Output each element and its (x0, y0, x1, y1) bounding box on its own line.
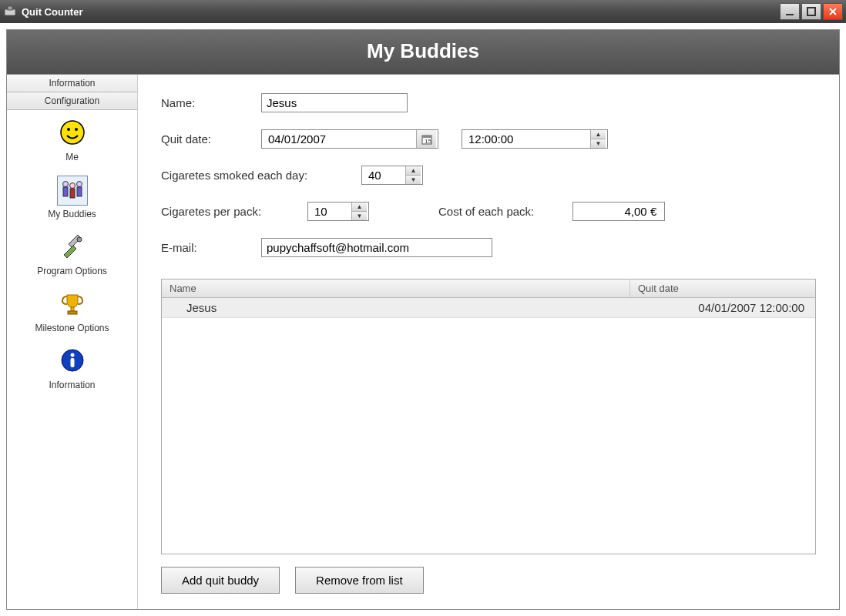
page-title: My Buddies (7, 30, 839, 75)
column-header-name[interactable]: Name (162, 280, 630, 297)
sidebar-item-label: My Buddies (7, 209, 137, 219)
list-cell-date: 04/01/2007 12:00:00 (630, 298, 815, 317)
svg-point-11 (69, 182, 75, 188)
quit-date-label: Quit date: (161, 132, 261, 146)
spinner-up-icon[interactable]: ▲ (591, 130, 606, 139)
sidebar-tab-information[interactable]: Information (7, 75, 137, 92)
svg-point-19 (70, 353, 74, 357)
sidebar-item-label: Program Options (7, 266, 137, 276)
calendar-icon[interactable]: 15 (416, 130, 436, 148)
sidebar-item-label: Information (7, 380, 137, 390)
cigs-per-day-label: Cigaretes smoked each day: (161, 169, 361, 182)
svg-rect-16 (71, 307, 74, 311)
quit-time-picker[interactable]: ▲ ▼ (462, 129, 608, 149)
quit-date-input[interactable] (262, 130, 416, 148)
spinner-down-icon[interactable]: ▼ (352, 212, 367, 220)
svg-text:15: 15 (425, 138, 431, 145)
spinner-down-icon[interactable]: ▼ (591, 139, 606, 148)
smiley-icon (58, 118, 87, 149)
name-label: Name: (161, 96, 261, 109)
app-icon (3, 5, 17, 18)
svg-rect-1 (8, 6, 12, 10)
email-input[interactable] (261, 238, 492, 257)
titlebar: Quit Counter (0, 0, 846, 23)
svg-point-9 (62, 181, 68, 186)
cigs-per-pack-label: Cigaretes per pack: (161, 205, 307, 218)
cigs-per-pack-input[interactable] (308, 203, 351, 220)
main-content: Name: Quit date: 15 ▲ (138, 75, 839, 609)
info-icon (58, 346, 87, 377)
sidebar: Information Configuration Me (7, 75, 138, 609)
svg-rect-20 (70, 358, 74, 367)
sidebar-tab-configuration[interactable]: Configuration (7, 92, 137, 110)
trophy-icon (58, 289, 87, 320)
remove-from-list-button[interactable]: Remove from list (295, 567, 424, 594)
svg-point-13 (76, 181, 82, 186)
svg-point-7 (67, 128, 70, 131)
cigs-per-day-input[interactable] (362, 166, 405, 184)
sidebar-item-label: Milestone Options (7, 323, 137, 333)
column-header-quit-date[interactable]: Quit date (630, 280, 815, 297)
cigs-per-day-stepper[interactable]: ▲ ▼ (361, 166, 423, 185)
svg-rect-12 (70, 189, 75, 198)
sidebar-item-milestone-options[interactable]: Milestone Options (7, 281, 137, 338)
email-label: E-mail: (161, 241, 261, 254)
spinner-up-icon[interactable]: ▲ (352, 203, 367, 212)
svg-rect-14 (77, 187, 82, 196)
buddy-list: Name Quit date Jesus 04/01/2007 12:00:00 (161, 279, 816, 554)
sidebar-item-label: Me (7, 152, 137, 162)
list-item[interactable]: Jesus 04/01/2007 12:00:00 (162, 298, 815, 318)
quit-time-input[interactable] (462, 130, 590, 148)
people-icon (57, 176, 88, 206)
svg-point-6 (61, 121, 84, 144)
list-header: Name Quit date (162, 280, 815, 298)
sidebar-item-me[interactable]: Me (7, 110, 137, 167)
add-quit-buddy-button[interactable]: Add quit buddy (161, 567, 280, 594)
svg-point-15 (77, 237, 82, 242)
svg-point-8 (75, 128, 78, 131)
maximize-button[interactable] (801, 3, 821, 20)
quit-date-picker[interactable]: 15 (261, 129, 438, 149)
sidebar-item-my-buddies[interactable]: My Buddies (7, 167, 137, 224)
list-cell-name: Jesus (162, 298, 630, 317)
inner-frame: My Buddies Information Configuration (6, 29, 840, 610)
sidebar-item-information[interactable]: Information (7, 338, 137, 395)
spinner-up-icon[interactable]: ▲ (406, 166, 421, 176)
svg-rect-17 (68, 311, 77, 314)
cost-per-pack-input[interactable] (572, 202, 665, 221)
name-input[interactable] (261, 93, 408, 112)
cigs-per-pack-stepper[interactable]: ▲ ▼ (307, 202, 369, 221)
close-button[interactable] (823, 3, 843, 20)
tools-icon (58, 232, 87, 263)
window-title: Quit Counter (22, 6, 82, 18)
svg-rect-3 (807, 8, 815, 15)
app-window: Quit Counter My Buddies Information Conf… (0, 0, 846, 616)
svg-rect-10 (63, 187, 68, 196)
cost-per-pack-label: Cost of each pack: (438, 205, 534, 218)
spinner-down-icon[interactable]: ▼ (406, 176, 421, 184)
svg-rect-2 (786, 14, 794, 15)
minimize-button[interactable] (780, 3, 800, 20)
sidebar-item-program-options[interactable]: Program Options (7, 224, 137, 281)
